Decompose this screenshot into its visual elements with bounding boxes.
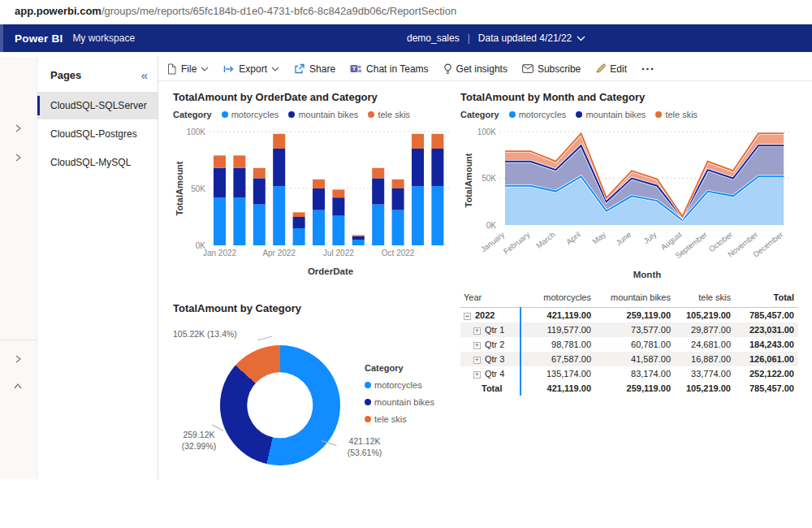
chevron-right-icon[interactable] (13, 151, 23, 166)
legend-item-tele-skis[interactable]: tele skis (655, 110, 698, 119)
callout-leader-line (257, 336, 272, 340)
matrix-cell: 785,457.00 (735, 308, 798, 323)
matrix-row-label: Qtr 2 (485, 340, 504, 349)
legend-item-motorcycles[interactable]: motorcycles (509, 110, 567, 119)
donut-chart[interactable] (220, 345, 340, 465)
donut-chart-visual: TotalAmount by Category 105.22K (13.4%) … (173, 302, 472, 471)
matrix-column-header-motorcycles[interactable]: motorcycles (520, 289, 595, 308)
export-button[interactable]: Export (223, 63, 279, 75)
collapse-pane-icon[interactable]: « (141, 69, 148, 81)
legend-item-motorcycles[interactable]: motorcycles (365, 380, 422, 390)
pencil-icon (595, 63, 606, 74)
svg-text:Jan 2022: Jan 2022 (203, 249, 237, 258)
donut-callout-tele-skis: 105.22K (13.4%) (173, 329, 237, 340)
header-separator: | (468, 32, 470, 44)
legend-item-tele-skis[interactable]: tele skis (365, 414, 407, 424)
chart-title: TotalAmount by Month and Category (460, 91, 800, 103)
matrix-row-qtr-3: +Qtr 367,587.0041,587.0016,887.00126,061… (460, 352, 798, 366)
legend-item-label: tele skis (374, 414, 407, 424)
share-button[interactable]: Share (294, 63, 335, 75)
matrix-column-header-total[interactable]: Total (735, 289, 798, 308)
legend-item-motorcycles[interactable]: motorcycles (222, 110, 279, 119)
subscribe-button[interactable]: Subscribe (522, 63, 581, 75)
matrix-cell: 41,587.00 (595, 352, 675, 366)
workspace-link[interactable]: My workspace (72, 32, 135, 44)
sidebar-item-cloudsql-postgres[interactable]: CloudSQL-Postgres (37, 120, 158, 148)
chat-in-teams-button[interactable]: TChat in Teams (350, 63, 428, 75)
stacked-bar-chart[interactable]: 0K50K100KJan 2022Apr 2022Jul 2022Oct 202… (173, 123, 456, 286)
expand-row-icon[interactable]: + (473, 371, 481, 379)
legend-category: Categorymotorcyclesmountain bikestele sk… (460, 110, 800, 119)
matrix-row-label: 2022 (475, 310, 495, 320)
envelope-icon (522, 64, 533, 73)
sidebar-item-cloudsql-mysql[interactable]: CloudSQL-MySQL (37, 149, 158, 176)
toolbar-item-label: Chat in Teams (366, 63, 428, 75)
matrix-cell: 252,122.00 (735, 366, 798, 381)
matrix-row-label: Qtr 1 (485, 325, 504, 335)
chevron-up-icon[interactable] (13, 380, 23, 395)
svg-text:February: February (502, 230, 532, 256)
header-dataset-group: demo_sales | Data updated 4/21/22 (407, 32, 585, 44)
legend-item-label: mountain bikes (298, 110, 358, 119)
matrix-row-qtr-4: +Qtr 4135,174.0083,174.0033,774.00252,12… (460, 366, 798, 381)
legend-dot-icon (509, 111, 516, 118)
sidebar-item-label: CloudSQL-SQLServer (50, 100, 147, 111)
stacked-area-chart[interactable]: 0K50K100KJanuaryFebruaryMarchAprilMayJun… (460, 123, 800, 282)
matrix-cell: 259,119.00 (595, 381, 675, 396)
sidebar-item-cloudsql-sqlserver[interactable]: CloudSQL-SQLServer (37, 92, 158, 119)
legend-item-tele-skis[interactable]: tele skis (368, 110, 410, 119)
matrix-cell: 29,877.00 (675, 322, 735, 337)
svg-text:Apr 2022: Apr 2022 (262, 249, 296, 258)
report-canvas-column: FileExportShareTChat in TeamsGet insight… (158, 57, 812, 479)
matrix-header-row: Yearmotorcyclesmountain bikestele skisTo… (460, 289, 798, 308)
svg-text:50K: 50K (482, 174, 496, 183)
legend-item-label: tele skis (378, 110, 410, 119)
matrix-cell: 98,781.00 (520, 337, 595, 352)
matrix-cell: 105,219.00 (675, 308, 735, 323)
legend-title: Category (365, 363, 404, 373)
legend-dot-icon (365, 382, 371, 388)
more-options-button[interactable] (641, 67, 654, 71)
sidebar-item-label: CloudSQL-Postgres (50, 128, 137, 140)
legend-item-mountain-bikes[interactable]: mountain bikes (576, 110, 646, 119)
svg-text:March: March (534, 230, 557, 250)
get-insights-button[interactable]: Get insights (443, 63, 508, 75)
chevron-down-icon (271, 67, 279, 71)
matrix-column-header-mountain-bikes[interactable]: mountain bikes (595, 289, 675, 308)
file-button[interactable]: File (166, 63, 209, 75)
matrix-cell: 421,119.00 (520, 381, 595, 396)
matrix-cell: 73,577.00 (595, 322, 675, 337)
matrix-cell: 119,577.00 (520, 322, 595, 337)
matrix-cell: 67,587.00 (520, 352, 595, 366)
left-rail (0, 57, 37, 479)
matrix-row-label: Qtr 3 (485, 354, 504, 364)
toolbar-item-label: Export (239, 63, 267, 75)
matrix-cell: 83,174.00 (595, 366, 675, 381)
chart-title: TotalAmount by OrderDate and Category (173, 91, 457, 103)
legend-item-mountain-bikes[interactable]: mountain bikes (288, 110, 358, 119)
collapse-row-icon[interactable]: − (464, 313, 471, 320)
pages-list: CloudSQL-SQLServerCloudSQL-PostgresCloud… (37, 92, 158, 176)
powerbi-logo[interactable]: Power BI (15, 32, 63, 45)
chevron-right-icon[interactable] (13, 353, 23, 367)
toolbar: FileExportShareTChat in TeamsGet insight… (158, 57, 812, 81)
matrix-cell: 60,781.00 (595, 337, 675, 352)
matrix-table: Yearmotorcyclesmountain bikestele skisTo… (460, 289, 798, 396)
svg-text:100K: 100K (477, 128, 497, 136)
data-updated-dropdown[interactable]: Data updated 4/21/22 (478, 32, 585, 44)
expand-row-icon[interactable]: + (473, 327, 481, 335)
dataset-name: demo_sales (407, 32, 460, 44)
area-chart-visual: TotalAmount by Month and Category Catego… (460, 91, 800, 282)
toolbar-item-label: Get insights (456, 63, 508, 75)
export-icon (223, 64, 235, 74)
expand-row-icon[interactable]: + (473, 357, 481, 364)
matrix-column-header-year[interactable]: Year (460, 289, 520, 308)
toolbar-item-label: Share (309, 63, 335, 75)
legend-item-mountain-bikes[interactable]: mountain bikes (365, 397, 434, 407)
matrix-column-header-tele-skis[interactable]: tele skis (675, 289, 735, 308)
matrix-row-label: Qtr 4 (485, 369, 504, 379)
edit-button[interactable]: Edit (595, 63, 627, 75)
browser-address-bar[interactable]: app.powerbi.com/groups/me/reports/65fc18… (0, 0, 812, 21)
chevron-right-icon[interactable] (13, 122, 23, 136)
expand-row-icon[interactable]: + (473, 342, 481, 349)
